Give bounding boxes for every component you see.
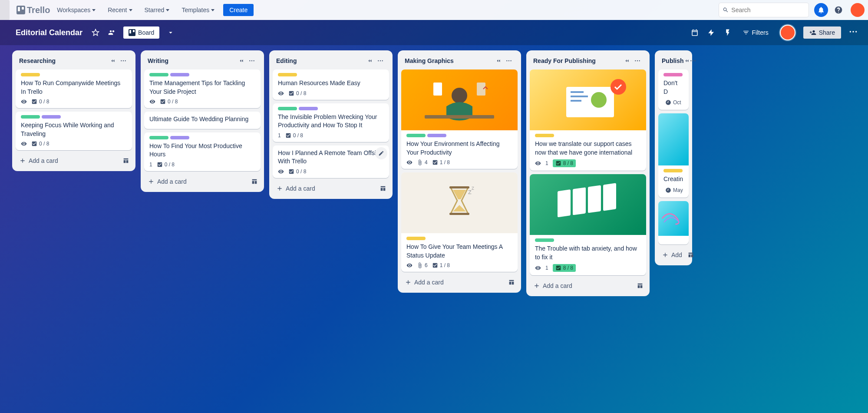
- collapse-list-button[interactable]: [493, 56, 504, 66]
- star-board-button[interactable]: [89, 26, 102, 40]
- label-green[interactable]: [406, 134, 426, 137]
- card[interactable]: How Your Environment Is Affecting Your P…: [401, 69, 518, 169]
- card-template-button[interactable]: [377, 182, 389, 195]
- share-button[interactable]: Share: [803, 26, 841, 39]
- list-menu-button[interactable]: [504, 56, 514, 66]
- notifications-button[interactable]: [814, 3, 828, 17]
- list-menu-button[interactable]: [118, 56, 129, 66]
- label-yellow[interactable]: [535, 134, 554, 137]
- card[interactable]: z z How To Give Your Team Meetings A Sta…: [401, 172, 518, 272]
- label-yellow[interactable]: [278, 73, 297, 76]
- card[interactable]: Don't D Oct: [658, 69, 689, 110]
- list-menu-button[interactable]: [632, 56, 643, 66]
- card[interactable]: Time Management Tips for Tackling Your S…: [144, 69, 261, 108]
- label-purple[interactable]: [299, 107, 318, 110]
- watch-badge: [21, 141, 27, 147]
- card[interactable]: Creatin May: [658, 113, 689, 198]
- collapse-list-button[interactable]: [622, 56, 632, 66]
- user-avatar[interactable]: [851, 3, 865, 17]
- add-card-button[interactable]: Add a card: [401, 275, 504, 289]
- svg-rect-10: [571, 96, 588, 97]
- label-green[interactable]: [149, 136, 168, 139]
- collapse-list-button[interactable]: [108, 56, 118, 66]
- watch-badge: [21, 99, 27, 105]
- card-labels: [149, 73, 255, 76]
- add-card-button[interactable]: Add a card: [144, 175, 247, 188]
- sidebar-handle[interactable]: [0, 0, 10, 20]
- board-name[interactable]: Editorial Calendar: [12, 26, 86, 39]
- card-badges: 0 / 8: [278, 169, 384, 175]
- filters-button[interactable]: Filters: [737, 26, 774, 39]
- label-purple[interactable]: [170, 136, 189, 139]
- card[interactable]: Ultimate Guide To Wedding Planning: [144, 112, 261, 129]
- card-template-button[interactable]: [634, 280, 646, 292]
- workspaces-menu[interactable]: Workspaces: [52, 4, 101, 16]
- label-yellow[interactable]: [663, 169, 683, 172]
- add-card-row: Add a card: [144, 175, 261, 188]
- card[interactable]: How I Planned A Remote Team Offsite With…: [273, 145, 389, 178]
- calendar-powerup-button[interactable]: [688, 26, 702, 40]
- card-template-button[interactable]: [687, 249, 694, 261]
- workspace-visibility-button[interactable]: [105, 26, 119, 40]
- edit-card-icon[interactable]: [375, 147, 387, 159]
- card-wrapper: How To Run Companywide Meetings In Trell…: [16, 69, 132, 112]
- help-button[interactable]: [832, 3, 845, 17]
- add-card-button[interactable]: Add a card: [530, 279, 632, 293]
- powerups-button[interactable]: [704, 26, 718, 40]
- card-template-button[interactable]: [120, 155, 132, 167]
- add-card-button[interactable]: Add: [658, 248, 686, 262]
- list-menu-button[interactable]: [247, 56, 257, 66]
- list-title[interactable]: Editing: [276, 57, 365, 64]
- list-title[interactable]: Writing: [148, 57, 236, 64]
- card-wrapper: [658, 201, 689, 248]
- list-title[interactable]: Ready For Publishing: [533, 57, 622, 64]
- label-purple[interactable]: [42, 115, 61, 119]
- search-box[interactable]: [719, 3, 809, 17]
- card[interactable]: The Trouble with tab anxiety, and how to…: [530, 174, 646, 275]
- card[interactable]: Human Resources Made Easy 0 / 8: [273, 69, 389, 100]
- label-yellow[interactable]: [406, 237, 426, 240]
- card-wrapper: Creatin May: [658, 113, 689, 201]
- label-pink[interactable]: [663, 73, 683, 76]
- list-header: Publish: [658, 54, 689, 69]
- watch-badge: [278, 90, 284, 96]
- label-purple[interactable]: [427, 134, 446, 137]
- templates-menu[interactable]: Templates: [176, 4, 220, 16]
- card-badges: 18 / 8: [535, 264, 641, 272]
- label-green[interactable]: [149, 73, 168, 76]
- board-menu-button[interactable]: [847, 24, 859, 41]
- board-member-avatar[interactable]: [780, 25, 795, 40]
- card-template-button[interactable]: [248, 175, 261, 188]
- card[interactable]: [658, 201, 689, 244]
- list-title[interactable]: Making Graphics: [405, 57, 493, 64]
- trello-logo[interactable]: Trello: [17, 5, 50, 15]
- card[interactable]: Keeping Focus While Working and Travelin…: [16, 112, 132, 150]
- add-card-button[interactable]: Add a card: [273, 182, 375, 195]
- collapse-list-button[interactable]: [684, 56, 690, 66]
- list-menu-button[interactable]: [375, 56, 386, 66]
- collapse-list-button[interactable]: [365, 56, 375, 66]
- automation-button[interactable]: [721, 26, 735, 40]
- starred-menu[interactable]: Starred: [139, 4, 175, 16]
- create-button[interactable]: Create: [223, 4, 254, 16]
- label-green[interactable]: [278, 107, 297, 110]
- customize-view-button[interactable]: [164, 26, 178, 40]
- collapse-list-button[interactable]: [236, 56, 247, 66]
- label-green[interactable]: [21, 115, 40, 119]
- list-title[interactable]: Researching: [19, 57, 108, 64]
- card[interactable]: How we translate our support cases now t…: [530, 69, 646, 171]
- list-menu-button[interactable]: [690, 56, 696, 66]
- card[interactable]: How To Find Your Most Productive Hours 1…: [144, 132, 261, 171]
- label-purple[interactable]: [170, 73, 189, 76]
- search-input[interactable]: [731, 7, 805, 13]
- board-canvas[interactable]: Researching How To Run Companywide Meeti…: [0, 45, 868, 413]
- card[interactable]: The Invisible Problem Wrecking Your Prod…: [273, 103, 389, 142]
- label-yellow[interactable]: [21, 73, 40, 76]
- card[interactable]: How To Run Companywide Meetings In Trell…: [16, 69, 132, 108]
- card-template-button[interactable]: [505, 276, 518, 288]
- board-view-switcher[interactable]: Board: [123, 26, 159, 39]
- add-card-button[interactable]: Add a card: [16, 154, 118, 168]
- label-green[interactable]: [535, 238, 554, 242]
- list-title[interactable]: Publish: [662, 57, 684, 64]
- recent-menu[interactable]: Recent: [102, 4, 137, 16]
